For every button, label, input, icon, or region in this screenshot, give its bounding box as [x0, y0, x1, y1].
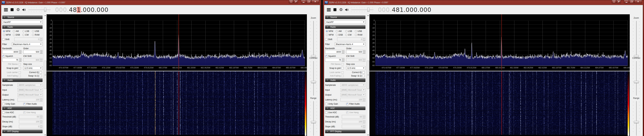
spinner-arrows[interactable]: [363, 125, 365, 128]
zoom-slider[interactable]: [310, 20, 318, 56]
zoom-slider-thumb[interactable]: [634, 55, 639, 57]
frequency-digit[interactable]: .: [390, 7, 392, 13]
sidebar-scrollbar[interactable]: [366, 14, 370, 136]
scroll-up-icon[interactable]: [44, 14, 46, 17]
sidebar-scrollbar[interactable]: [44, 14, 46, 136]
audio-panel-header[interactable]: ▼Audio: [2, 78, 42, 82]
filter-audio-checkbox[interactable]: [23, 103, 26, 105]
frequency-digit[interactable]: 0: [87, 7, 91, 13]
spinner-arrows[interactable]: [40, 50, 42, 53]
spinner-arrows[interactable]: [363, 50, 365, 53]
spinner-arrows[interactable]: [40, 38, 42, 41]
contrast-slider-thumb[interactable]: [634, 81, 639, 83]
range-slider[interactable]: [310, 100, 318, 136]
menu-icon[interactable]: [4, 8, 8, 11]
frequency-digit[interactable]: 0: [55, 7, 59, 13]
squelch-field[interactable]: 75: [325, 58, 344, 62]
correct-iq-checkbox[interactable]: [40, 71, 42, 74]
frequency-digit[interactable]: 0: [386, 7, 390, 13]
frequency-digit[interactable]: 1: [400, 7, 404, 13]
contrast-slider-thumb[interactable]: [311, 81, 316, 83]
gear-icon[interactable]: ⚙: [16, 8, 20, 12]
minimize-button[interactable]: [301, 0, 306, 3]
spectrum-canvas[interactable]: [370, 14, 630, 70]
minimize-button[interactable]: [624, 0, 629, 3]
slope-field[interactable]: 0: [342, 125, 366, 128]
spectrum-canvas[interactable]: [46, 14, 307, 70]
filter-dropdown[interactable]: Blackman-Harris 4: [335, 42, 366, 46]
use-agc-checkbox[interactable]: [325, 111, 328, 114]
slider-track[interactable]: [313, 101, 314, 136]
source-device-dropdown[interactable]: HackRF: [325, 20, 366, 24]
slider-track[interactable]: [313, 61, 314, 96]
speaker-icon[interactable]: [345, 8, 349, 12]
frequency-digit[interactable]: 4: [392, 7, 396, 13]
mode-option-dsb[interactable]: DSB: [13, 34, 22, 36]
agc-panel-header[interactable]: ▼AGC: [2, 106, 42, 110]
lock-carrier-checkbox[interactable]: [342, 71, 344, 74]
volume-slider-thumb[interactable]: [44, 8, 46, 12]
mode-option-dsb[interactable]: DSB: [336, 34, 345, 36]
frequency-digit[interactable]: 8: [73, 7, 77, 13]
volume-slider[interactable]: [351, 7, 374, 12]
titlebar[interactable]: SDR# v1.0.0.1328 - IQ Imbalance: Gain = …: [324, 0, 643, 5]
restore-button[interactable]: [629, 0, 634, 3]
shift-value-field[interactable]: 0: [14, 37, 42, 41]
frequency-digit[interactable]: 0: [90, 7, 94, 13]
stop-icon[interactable]: [334, 8, 336, 11]
scroll-down-icon[interactable]: [44, 133, 46, 136]
source-device-dropdown[interactable]: HackRF: [2, 20, 42, 24]
spinner-arrows[interactable]: [40, 58, 42, 61]
slope-field[interactable]: 0: [19, 125, 42, 128]
frequency-digit[interactable]: 8: [396, 7, 400, 13]
frequency-digit[interactable]: 0: [427, 7, 431, 13]
audio-output-dropdown[interactable]: [MME] Microsoft Soun: [18, 93, 42, 97]
agc-panel-header[interactable]: ▼AGC: [325, 106, 366, 110]
frequency-digit[interactable]: 0: [382, 7, 386, 13]
step-size-dropdown[interactable]: 12.5 kHz: [346, 66, 366, 70]
plugin-window-button[interactable]: [289, 0, 293, 3]
frequency-digit[interactable]: 0: [59, 7, 63, 13]
swap-iq-checkbox[interactable]: [362, 75, 365, 77]
mode-option-usb[interactable]: USB: [355, 30, 365, 32]
contrast-slider[interactable]: [310, 60, 318, 97]
shift-checkbox[interactable]: [325, 38, 328, 40]
order-field[interactable]: 500: [23, 50, 42, 54]
mode-option-lsb[interactable]: LSB: [22, 30, 32, 32]
shift-value-field[interactable]: 0: [337, 37, 366, 41]
slider-track[interactable]: [636, 101, 636, 136]
frequency-digit[interactable]: 0: [96, 7, 100, 13]
lock-carrier-checkbox[interactable]: [18, 71, 21, 74]
spinner-arrows[interactable]: [363, 98, 365, 101]
squelch-field[interactable]: 75: [2, 58, 22, 62]
frequency-digit[interactable]: 0: [104, 7, 108, 13]
audio-input-dropdown[interactable]: [MME] Microsoft Soun: [340, 88, 366, 92]
audio-output-dropdown[interactable]: [MME] Microsoft Soun: [340, 93, 366, 97]
unity-gain-checkbox[interactable]: [2, 103, 4, 105]
waterfall-canvas[interactable]: [46, 71, 307, 135]
spinner-arrows[interactable]: [19, 58, 21, 61]
frequency-digit[interactable]: 0: [63, 7, 67, 13]
frequency-digit[interactable]: 0: [414, 7, 418, 13]
volume-track[interactable]: [28, 10, 50, 10]
mode-option-cw[interactable]: CW: [22, 34, 32, 36]
spinner-arrows[interactable]: [363, 38, 365, 41]
mode-option-wfm[interactable]: WFM: [326, 34, 336, 36]
frequency-digit[interactable]: 0: [83, 7, 87, 13]
frequency-digit[interactable]: 0: [406, 7, 410, 13]
frequency-digit[interactable]: 0: [100, 7, 104, 13]
spinner-arrows[interactable]: [40, 125, 42, 128]
source-panel-header[interactable]: ▼Source: [325, 15, 366, 19]
frequency-digit[interactable]: 0: [423, 7, 427, 13]
titlebar[interactable]: SDR# v1.0.0.1328 - IQ Imbalance: Gain = …: [1, 0, 320, 5]
frequency-digit[interactable]: 0: [378, 7, 382, 13]
range-slider-thumb[interactable]: [311, 121, 316, 123]
bandwidth-field[interactable]: 8000: [2, 50, 22, 54]
spinner-arrows[interactable]: [19, 50, 21, 53]
mode-option-nfm[interactable]: NFM: [326, 30, 336, 32]
scrollbar-thumb[interactable]: [44, 61, 46, 89]
scroll-down-icon[interactable]: [367, 133, 370, 136]
samplerate-dropdown[interactable]: 48000 sample/sec: [18, 83, 42, 87]
squelch-checkbox[interactable]: [2, 55, 4, 57]
contrast-slider[interactable]: [632, 60, 640, 97]
